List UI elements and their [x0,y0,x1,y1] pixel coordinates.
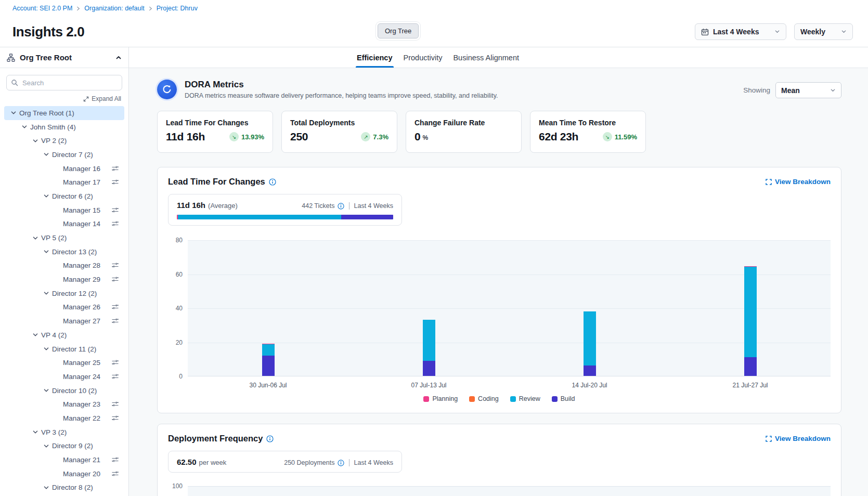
filter-icon[interactable] [111,303,119,311]
filter-icon[interactable] [111,400,119,408]
tab-efficiency[interactable]: Efficiency [357,47,393,68]
tree-item[interactable]: Director 8 (2) [4,481,124,495]
tree-item[interactable]: Manager 22 [4,411,124,425]
tab-productivity[interactable]: Productivity [404,47,443,68]
stacked-bar-2[interactable] [423,320,435,376]
filter-icon[interactable] [111,276,119,283]
aggregation-select[interactable]: Mean [775,82,841,98]
indent-spacer [54,207,60,213]
filter-icon[interactable] [111,414,119,422]
org-hierarchy-icon [7,54,15,62]
filter-icon[interactable] [111,178,119,186]
filter-icon[interactable] [111,262,119,269]
filter-icon[interactable] [111,359,119,367]
chevron-down-icon[interactable] [32,138,38,144]
org-tree-toggle-button[interactable]: Org Tree [378,23,419,38]
tree-item[interactable]: John Smith (4) [4,120,124,134]
breadcrumb-project-link[interactable]: Project: Dhruv [157,5,198,12]
filter-icon[interactable] [111,373,119,381]
tree-item[interactable]: Director 9 (2) [4,439,124,453]
tab-business-alignment[interactable]: Business Alignment [453,47,519,68]
tree-item[interactable]: Director 12 (2) [4,286,124,301]
chevron-down-icon[interactable] [32,429,38,435]
info-icon[interactable] [338,460,344,466]
metric-card-value: 0 [414,130,420,143]
expand-all-button[interactable]: Expand All [0,90,128,103]
filter-icon[interactable] [111,206,119,214]
tree-item[interactable]: Manager 25 [4,356,124,370]
chevron-down-icon[interactable] [43,249,49,255]
trend-delta: 13.93% [241,133,264,141]
chevron-up-icon[interactable] [115,55,122,61]
breadcrumb-account-link[interactable]: Account: SEI 2.0 PM [12,5,72,12]
tree-item[interactable]: Manager 21 [4,453,124,467]
tree-item[interactable]: Manager 26 [4,301,124,315]
granularity-select[interactable]: Weekly [794,23,853,40]
tree-item[interactable]: Manager 27 [4,314,124,328]
chevron-down-icon[interactable] [10,110,17,116]
stacked-bar-4[interactable] [744,266,757,376]
chevron-down-icon[interactable] [43,443,49,449]
tree-item[interactable]: VP 3 (2) [4,425,124,439]
lead-time-average-value: 11d 16h [177,201,205,210]
trend-badge: ↘13.93% [229,132,264,141]
tree-item[interactable]: Manager 28 [4,259,124,273]
info-icon[interactable] [269,178,276,186]
tree-item[interactable]: Manager 23 [4,397,124,411]
chevron-down-icon[interactable] [43,193,49,199]
tree-item-label: Manager 22 [63,414,100,422]
stage-bar-segment-review [178,215,341,219]
deployment-view-breakdown-link[interactable]: View Breakdown [766,435,831,442]
search-input[interactable] [6,75,122,90]
tree-item-label: Manager 16 [63,165,100,173]
tree-item[interactable]: Director 7 (2) [4,148,124,162]
info-icon[interactable] [266,435,274,442]
filter-icon[interactable] [111,456,119,464]
gridline [188,308,831,309]
expand-all-label: Expand All [92,95,121,102]
tree-item[interactable]: Director 11 (2) [4,342,124,356]
filter-icon[interactable] [111,165,119,173]
indent-spacer [54,373,60,380]
metric-card-title: Mean Time To Restore [539,119,637,127]
tree-item[interactable]: Manager 16 [4,162,124,176]
tree-item-label: VP 4 (2) [41,331,67,339]
chevron-down-icon[interactable] [32,235,38,241]
breadcrumb-organization-link[interactable]: Organization: default [84,5,144,12]
stacked-bar-1[interactable] [262,344,275,376]
chevron-down-icon[interactable] [43,151,49,158]
lead-time-view-breakdown-link[interactable]: View Breakdown [766,178,831,186]
chevron-down-icon[interactable] [21,124,28,130]
chevron-down-icon[interactable] [43,387,49,394]
tree-item[interactable]: VP 2 (2) [4,134,124,148]
tree-item[interactable]: Manager 24 [4,370,124,384]
info-icon[interactable] [338,203,344,210]
trend-down-icon: ↘ [603,132,612,141]
tree-item[interactable]: Manager 17 [4,175,124,189]
chevron-down-icon[interactable] [32,332,38,338]
date-range-select[interactable]: Last 4 Weeks [695,23,786,40]
tree-item[interactable]: Manager 14 [4,217,124,231]
tree-item[interactable]: Org Tree Root (1) [4,106,124,120]
trend-badge: ↗7.3% [361,132,388,141]
bar-segment-build [262,356,275,376]
tree-item[interactable]: Manager 20 [4,467,124,481]
tree-item[interactable]: Manager 15 [4,203,124,217]
sidebar-title: Org Tree Root [20,53,72,62]
filter-icon[interactable] [111,317,119,325]
tree-item[interactable]: Manager 29 [4,272,124,286]
tree-item[interactable]: Director 10 (2) [4,384,124,398]
tree-item[interactable]: VP 5 (2) [4,231,124,245]
filter-icon[interactable] [111,220,119,228]
chevron-down-icon[interactable] [43,485,49,491]
filter-icon[interactable] [111,470,119,478]
tree-item[interactable]: VP 4 (2) [4,328,124,342]
tree-item[interactable]: Director 6 (2) [4,189,124,203]
tree-item[interactable]: Director 13 (2) [4,245,124,259]
tree-item-label: Director 10 (2) [52,387,97,395]
chevron-down-icon[interactable] [43,346,49,352]
bar-segment-build [423,361,435,376]
stacked-bar-3[interactable] [584,311,596,376]
chevron-down-icon[interactable] [43,290,49,296]
legend-item-review: Review [510,395,540,402]
